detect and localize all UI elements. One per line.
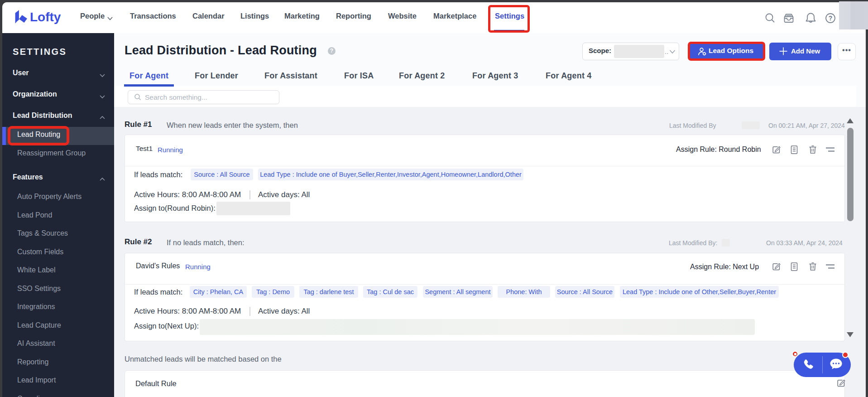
svg-text:?: ? xyxy=(829,15,833,22)
